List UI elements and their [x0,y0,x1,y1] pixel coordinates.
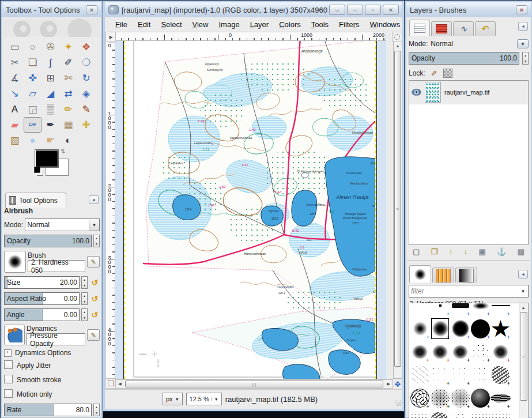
layers-titlebar[interactable]: Layers - Brushes ✕ [406,2,531,17]
brush-scrollbar[interactable]: ▲ ≡ [519,303,528,418]
anchor-layer-button[interactable]: ⚓ [497,247,506,256]
brush-cell[interactable]: + [450,340,470,363]
rate-slider[interactable]: Rate 80.0 [4,404,92,416]
menu-colors[interactable]: Colors [274,20,305,29]
tool-rotate[interactable]: ↻ [77,70,95,86]
tab-paths[interactable]: ∿ [453,21,474,36]
brush-cell[interactable]: + [410,340,430,363]
quick-mask-icon[interactable] [105,378,116,389]
tool-heal[interactable]: ✚ [77,117,95,133]
layer-opacity-slider[interactable]: Opacity 100.0 [409,52,519,65]
swap-colors-icon[interactable]: ⇅ [61,148,65,155]
tool-clone[interactable]: ▦ [59,117,77,133]
swap-icon[interactable]: ⇔ [329,5,345,15]
tab-patterns[interactable] [432,268,454,283]
tool-color-picker[interactable]: ✐ [59,55,77,70]
tool-free-select[interactable]: ✇ [41,39,59,55]
brush-cell[interactable]: + [491,340,511,363]
visibility-eye-icon[interactable] [412,89,421,96]
vertical-ruler[interactable]: 01000200030004000 [105,41,115,379]
menu-windows[interactable]: Windows [365,20,405,29]
tool-ink[interactable]: ✒ [41,117,59,133]
apply-jitter-checkbox[interactable]: Apply Jitter [4,360,100,370]
brush-thumbnail-button[interactable] [4,251,26,273]
tool-paintbrush[interactable]: ✎ [77,101,95,117]
brush-cell[interactable]: + [491,386,511,409]
tool-perspective[interactable]: ◢ [41,86,59,101]
tool-dodge-burn[interactable]: ◐ [59,133,77,148]
brush-cell[interactable]: + [450,386,470,409]
menu-image[interactable]: Image [214,20,244,29]
horizontal-ruler[interactable]: 0100020003000 [115,32,386,41]
brush-cell[interactable] [430,409,450,418]
brush-filter-input[interactable]: filter ▼ [409,285,529,298]
tool-select-by-color[interactable]: ❖ [77,39,95,55]
close-button[interactable]: ✕ [516,5,527,14]
menu-tools[interactable]: Tools [307,20,333,29]
brush-cell[interactable] [410,409,430,418]
layer-opacity-spinner[interactable]: ▲▼ [522,52,529,65]
opacity-slider[interactable]: Opacity 100.0 [4,235,92,247]
brush-cell[interactable]: + [491,363,511,386]
tool-align[interactable]: ⊞ [41,70,59,86]
tool-ellipse-select[interactable]: ○ [24,39,41,55]
tab-undo-history[interactable]: ↶ [475,21,496,36]
size-spinner[interactable]: ▲▼ [81,276,88,289]
tool-airbrush[interactable]: ✑ [24,117,41,133]
mode-select[interactable]: Normal ▼ [25,219,100,231]
image-titlebar[interactable]: [rautjarvi_map] (imported)-1.0 (RGB colo… [105,2,402,17]
navigation-icon[interactable]: ✥ [393,379,402,389]
tool-bucket-fill[interactable]: ◲ [24,101,41,117]
brush-cell[interactable]: + [491,303,511,317]
size-slider[interactable]: Size 20.00 [4,276,80,289]
layer-list[interactable]: rautjarvi_map.tif [409,80,529,245]
tool-gradient[interactable]: ▒ [41,101,59,117]
tool-move[interactable]: ✜ [24,70,41,86]
collapse-arrow-icon[interactable]: ◂ [518,22,528,31]
brush-cell[interactable]: ★+ [491,317,511,340]
tab-gradients[interactable] [455,268,477,283]
brush-cell[interactable]: + [470,386,491,409]
brush-cell[interactable] [470,363,491,386]
brush-cell[interactable]: + [410,386,430,409]
tool-measure[interactable]: ∡ [6,70,24,86]
brush-cell[interactable]: + [450,363,470,386]
tool-paths[interactable]: ∫ [41,55,59,70]
new-layer-button[interactable]: ▢ [413,247,420,256]
rate-spinner[interactable]: ▲▼ [93,404,100,416]
aspect-ratio-slider[interactable]: Aspect Ratio 0.00 [4,292,80,305]
opacity-spinner[interactable]: ▲▼ [93,235,100,247]
tool-text[interactable]: A [6,101,24,117]
reset-angle-icon[interactable]: ↺ [89,310,100,320]
brush-cell[interactable]: + [410,317,430,340]
lock-pixels-icon[interactable]: ✐ [431,69,437,78]
collapse-arrow-icon[interactable]: ◂ [89,195,99,204]
tab-tool-options[interactable]: Tool Options [5,193,66,208]
smooth-stroke-checkbox[interactable]: Smooth stroke [4,375,100,384]
brush-name-field[interactable]: 2. Hardness 050 [28,260,85,272]
reset-size-icon[interactable]: ↺ [89,277,100,288]
tab-layers[interactable] [409,20,430,36]
tool-fuzzy-select[interactable]: ✦ [59,39,77,55]
menu-view[interactable]: View [188,20,213,29]
horizontal-scrollbar[interactable]: ◀ ▶ ||| [115,379,393,389]
tool-zoom[interactable]: ❍ [77,55,95,70]
default-colors-icon[interactable] [34,167,40,173]
motion-only-checkbox[interactable]: Motion only [4,389,100,398]
dynamics-thumbnail-button[interactable] [4,325,25,345]
menu-select[interactable]: Select [156,20,186,29]
foreground-color-swatch[interactable] [35,150,58,167]
tab-brushes[interactable] [409,265,431,283]
dynamics-name-field[interactable]: Pressure Opacity [27,333,85,345]
close-button[interactable]: ✕ [86,5,97,14]
tool-eraser[interactable]: ▰ [6,117,24,133]
reset-aspect-icon[interactable]: ↺ [89,293,100,304]
lower-layer-button[interactable]: ↓ [464,247,468,256]
resize-grip[interactable] [395,400,401,406]
brush-cell[interactable] [450,409,470,418]
delete-layer-button[interactable]: ▥ [518,247,525,256]
menu-edit[interactable]: Edit [133,20,155,29]
tool-foreground-select[interactable]: ❏ [24,55,41,70]
brush-cell[interactable]: + [430,303,450,317]
brush-cell[interactable]: + [470,317,491,340]
